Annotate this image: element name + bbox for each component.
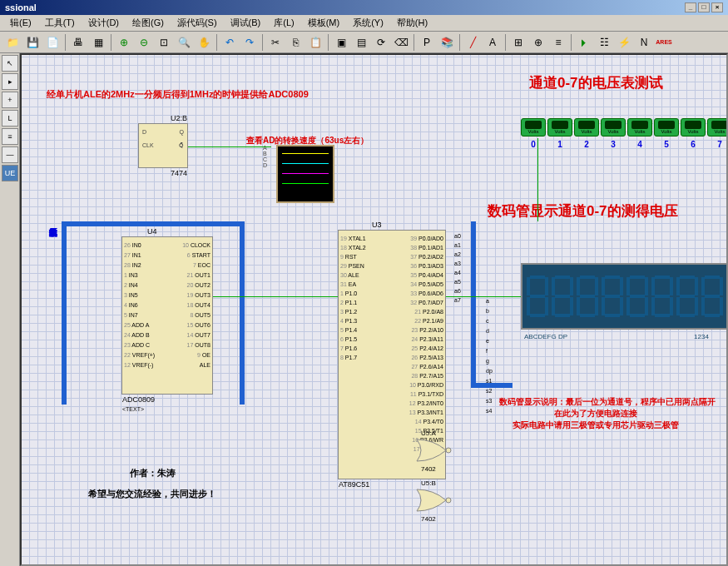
- pin-label: 8 P1.7: [340, 353, 366, 362]
- menu-source[interactable]: 源代码(S): [171, 15, 224, 31]
- text-tool-icon[interactable]: A: [483, 33, 502, 52]
- menu-debug[interactable]: 调试(B): [224, 15, 268, 31]
- voltmeter[interactable]: Volts: [547, 118, 572, 137]
- menu-design[interactable]: 设计(D): [82, 15, 126, 31]
- toolbar-separator: [414, 34, 414, 51]
- open-icon[interactable]: 📁: [3, 33, 22, 52]
- cut-icon[interactable]: ✂: [266, 33, 285, 52]
- gate-u5b[interactable]: U5:B 7402: [413, 488, 463, 514]
- block-copy-icon[interactable]: ▣: [332, 33, 350, 52]
- bus-mode-icon[interactable]: —: [2, 146, 18, 163]
- netlist-icon[interactable]: N: [635, 33, 653, 52]
- menu-template[interactable]: 模板(M): [301, 15, 347, 31]
- origin-icon[interactable]: ⊕: [529, 33, 547, 52]
- pin-label: 17 OUT8: [182, 340, 210, 350]
- voltmeter-bank: VoltsVoltsVoltsVoltsVoltsVoltsVoltsVolts…: [521, 118, 728, 149]
- zoom-in-icon[interactable]: ⊕: [115, 33, 133, 52]
- gate-u5a[interactable]: U5:A 7402: [413, 438, 463, 464]
- voltmeter[interactable]: Volts: [521, 118, 546, 137]
- paste-icon[interactable]: 📋: [306, 33, 324, 52]
- seven-segment-display[interactable]: [521, 263, 728, 330]
- print-icon[interactable]: 🖶: [69, 33, 87, 52]
- menu-library[interactable]: 库(L): [267, 15, 300, 31]
- pin-label: 38 P0.1/AD1: [409, 243, 443, 252]
- voltmeter-channel-label: 3: [601, 140, 626, 149]
- toolbar-separator: [571, 34, 572, 51]
- erc-icon[interactable]: ⚡: [615, 33, 633, 52]
- oscilloscope[interactable]: [276, 145, 334, 203]
- pin-label: ALE: [182, 360, 210, 370]
- block-rotate-icon[interactable]: ⟳: [372, 33, 390, 52]
- pin-label: CLK: [142, 142, 154, 148]
- menu-tools[interactable]: 工具(T): [38, 15, 82, 31]
- real-time-icon[interactable]: ⏵: [575, 33, 593, 52]
- pin-label: Q: [180, 129, 184, 135]
- chip-u3-ref: U3: [372, 221, 382, 229]
- pin-label: 1 IN3: [124, 271, 155, 281]
- wire: [537, 138, 538, 221]
- toolbar-separator: [262, 34, 263, 51]
- pin-label: 4 P1.3: [340, 316, 366, 325]
- toggle-grid-icon[interactable]: ⊞: [509, 33, 527, 52]
- block-delete-icon[interactable]: ⌫: [392, 33, 410, 52]
- copy-icon[interactable]: ⎘: [286, 33, 305, 52]
- area-icon[interactable]: ▦: [89, 33, 107, 52]
- bus-wire: [471, 221, 476, 388]
- schematic-canvas[interactable]: 经单片机ALE的2MHz一分频后得到1MHz的时钟提供给ADC0809 查看AD…: [20, 53, 728, 566]
- bom-icon[interactable]: ☷: [595, 33, 613, 52]
- close-button[interactable]: ×: [711, 2, 723, 12]
- pick-icon[interactable]: P: [418, 33, 436, 52]
- menu-system[interactable]: 系统(Y): [346, 15, 390, 31]
- digit: [527, 276, 548, 317]
- pin-label: 9 RST: [340, 252, 366, 261]
- pin-label: 18 XTAL2: [340, 243, 366, 252]
- page-icon[interactable]: 📄: [43, 33, 62, 52]
- voltmeter[interactable]: Volts: [681, 118, 706, 137]
- voltmeter[interactable]: Volts: [627, 118, 652, 137]
- ares-icon[interactable]: ARES: [655, 33, 673, 52]
- minimize-button[interactable]: _: [685, 2, 696, 12]
- zoom-out-icon[interactable]: ⊖: [135, 33, 153, 52]
- zoom-fit-icon[interactable]: ⊡: [155, 33, 173, 52]
- voltmeter[interactable]: Volts: [601, 118, 626, 137]
- voltmeter[interactable]: Volts: [574, 118, 599, 137]
- label-mode-icon[interactable]: L: [2, 110, 18, 127]
- selection-mode-icon[interactable]: ↖: [2, 55, 18, 72]
- pan-icon[interactable]: ✋: [195, 33, 213, 52]
- chip-u4-ref: U4: [147, 227, 157, 236]
- layer-icon[interactable]: ≡: [549, 33, 567, 52]
- subcircuit-mode-icon[interactable]: UE: [2, 165, 18, 181]
- menu-graph[interactable]: 绘图(G): [126, 15, 171, 31]
- pin-label: 26 IN0: [124, 241, 155, 251]
- voltmeter-channel-label: 2: [574, 140, 599, 149]
- voltmeter[interactable]: Volts: [707, 118, 728, 137]
- pin-label: 25 P2.4/A12: [409, 344, 443, 353]
- maximize-button[interactable]: □: [698, 2, 710, 12]
- pin-label: 19 XTAL1: [340, 234, 366, 243]
- pin-label: 10 P3.0/RXD: [409, 380, 443, 390]
- voltmeter-channel-label: 6: [681, 140, 706, 149]
- text-mode-icon[interactable]: ≡: [2, 128, 18, 145]
- block-move-icon[interactable]: ▤: [352, 33, 370, 52]
- save-icon[interactable]: 💾: [23, 33, 42, 52]
- voltmeter-channel-label: 1: [547, 140, 572, 149]
- menu-edit[interactable]: 辑(E): [3, 15, 38, 31]
- pin-label: 29 PSEN: [340, 261, 366, 271]
- redo-icon[interactable]: ↷: [240, 33, 259, 52]
- wire-tool-icon[interactable]: ╱: [463, 33, 482, 52]
- lib-icon[interactable]: 📚: [438, 33, 456, 52]
- menu-help[interactable]: 帮助(H): [390, 15, 434, 31]
- chip-u4-adc0809[interactable]: U4 ADC0809 <TEXT> 26 IN027 IN128 IN21 IN…: [121, 236, 213, 395]
- voltmeter[interactable]: Volts: [654, 118, 679, 137]
- pin-label: 9 OE: [182, 350, 210, 360]
- pin-label: 14 P3.4/T0: [409, 417, 443, 426]
- undo-icon[interactable]: ↶: [220, 33, 239, 52]
- toolbar-separator: [459, 34, 460, 51]
- chip-u2b[interactable]: U2:B 7474 D CLK Q Q̄: [138, 123, 188, 168]
- display-explain-2: 在此为了方便电路连接: [554, 408, 637, 420]
- junction-mode-icon[interactable]: +: [2, 92, 18, 108]
- component-mode-icon[interactable]: ▸: [2, 73, 18, 90]
- pin-label: D: [142, 129, 146, 135]
- zoom-area-icon[interactable]: 🔍: [175, 33, 193, 52]
- gate-u5a-name: 7402: [421, 465, 436, 473]
